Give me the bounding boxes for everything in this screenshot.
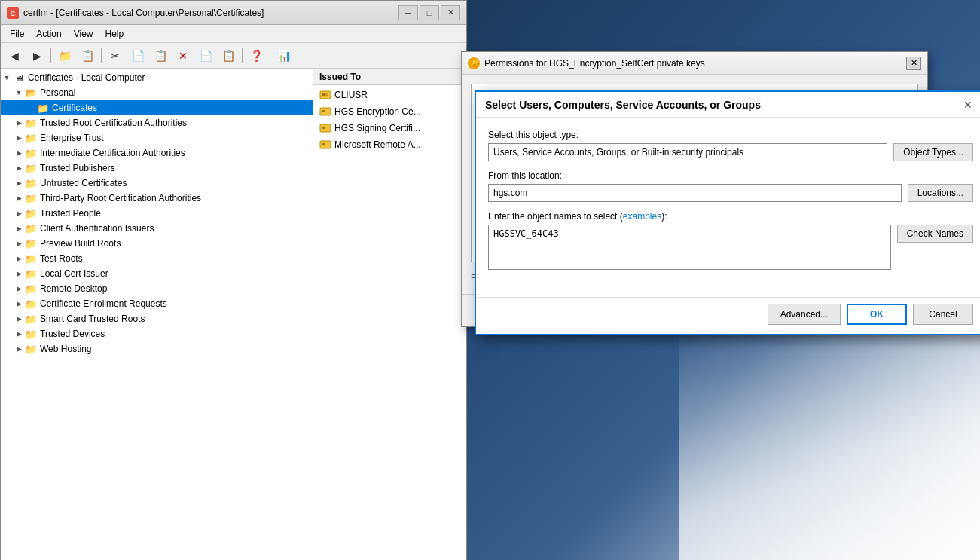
forward-button[interactable]: ▶ (26, 46, 47, 66)
properties-button[interactable]: 📄 (195, 46, 216, 66)
object-type-group: Select this object type: Object Types... (488, 130, 973, 161)
tree-item-trusted-devices[interactable]: ▶ 📁 Trusted Devices (1, 326, 313, 341)
tree-item-personal[interactable]: ▼ 📂 Personal (1, 85, 313, 100)
menu-file[interactable]: File (4, 27, 30, 41)
certificate-list[interactable]: CLIUSR HGS Encryption Ce... (313, 85, 466, 560)
tree-item-cert-enrollment[interactable]: ▶ 📁 Certificate Enrollment Requests (1, 296, 313, 311)
tree-item-test-roots[interactable]: ▶ 📁 Test Roots (1, 251, 313, 266)
permissions-icon: 🔑 (468, 57, 480, 69)
menu-view[interactable]: View (68, 27, 99, 41)
delete-button[interactable]: ✕ (172, 46, 194, 66)
object-types-button[interactable]: Object Types... (893, 143, 973, 161)
tree-item-smart-card[interactable]: ▶ 📁 Smart Card Trusted Roots (1, 311, 313, 326)
maximize-button[interactable]: □ (420, 5, 439, 20)
cut-button[interactable]: ✂ (105, 46, 126, 66)
tree-item-trusted-publishers[interactable]: ▶ 📁 Trusted Publishers (1, 161, 313, 176)
trusted-devices-icon: 📁 (25, 328, 37, 340)
menu-action[interactable]: Action (30, 27, 67, 41)
object-type-input[interactable] (488, 143, 887, 161)
select-users-cancel-button[interactable]: Cancel (913, 304, 973, 325)
tree-item-third-party[interactable]: ▶ 📁 Third-Party Root Certification Autho… (1, 191, 313, 206)
tree-root-label: Certificates - Local Computer (28, 72, 145, 83)
list-item-hgs-sign-label: HGS Signing Certifi... (334, 123, 420, 133)
select-users-advanced-button[interactable]: Advanced... (768, 304, 841, 325)
select-users-close-button[interactable]: ✕ (960, 96, 976, 113)
web-hosting-icon: 📁 (25, 343, 37, 355)
tree-root-item[interactable]: ▼ 🖥 Certificates - Local Computer (1, 70, 313, 85)
menu-help[interactable]: Help (99, 27, 130, 41)
list-item-hgs-encryption[interactable]: HGS Encryption Ce... (313, 103, 466, 120)
object-name-textarea[interactable] (488, 225, 891, 270)
permissions-close-button[interactable]: ✕ (906, 57, 921, 70)
trusted-publishers-label: Trusted Publishers (40, 163, 115, 173)
export-button[interactable]: 📊 (273, 46, 295, 66)
window-controls: ─ □ ✕ (398, 5, 460, 20)
root-expand-arrow: ▼ (2, 73, 11, 82)
personal-label: Personal (40, 87, 75, 98)
untrusted-arrow: ▶ (14, 179, 23, 188)
tree-item-client-auth[interactable]: ▶ 📁 Client Authentication Issuers (1, 221, 313, 236)
location-row: Locations... (488, 184, 973, 202)
close-button[interactable]: ✕ (441, 5, 460, 20)
svg-rect-3 (322, 93, 325, 96)
right-panel: Issued To CLIUSR (313, 69, 466, 560)
main-window: C certlm - [Certificates - Local Compute… (0, 0, 467, 560)
list-item-hgs-signing[interactable]: HGS Signing Certifi... (313, 120, 466, 136)
renew-button[interactable]: 📋 (218, 46, 239, 66)
tree-item-local-cert[interactable]: ▶ 📁 Local Cert Issuer (1, 266, 313, 281)
check-names-button[interactable]: Check Names (897, 225, 973, 243)
location-group: From this location: Locations... (488, 170, 973, 202)
examples-link[interactable]: examples (623, 211, 661, 222)
list-item-ms-remote[interactable]: Microsoft Remote A... (313, 136, 466, 153)
enter-names-text: Enter the object names to select (488, 211, 617, 222)
tree-item-intermediate[interactable]: ▶ 📁 Intermediate Certification Authoriti… (1, 145, 313, 161)
cert-icon-hgs-sign (319, 122, 331, 134)
locations-button[interactable]: Locations... (908, 184, 973, 202)
toolbar: ◀ ▶ 📁 📋 ✂ 📄 📋 ✕ 📄 📋 ❓ 📊 (1, 43, 466, 69)
tree-item-web-hosting[interactable]: ▶ 📁 Web Hosting (1, 341, 313, 357)
cert-icon-hgs-enc (319, 106, 331, 118)
svg-rect-9 (322, 127, 325, 129)
list-item-hgs-enc-label: HGS Encryption Ce... (334, 106, 421, 117)
show-hide-button[interactable]: 📋 (77, 46, 98, 66)
back-button[interactable]: ◀ (4, 46, 25, 66)
certificates-label: Certificates (52, 103, 97, 113)
trusted-people-label: Trusted People (40, 208, 101, 219)
tree-item-enterprise-trust[interactable]: ▶ 📁 Enterprise Trust (1, 130, 313, 145)
select-users-ok-button[interactable]: OK (847, 304, 907, 325)
minimize-button[interactable]: ─ (398, 5, 418, 20)
tree-item-untrusted[interactable]: ▶ 📁 Untrusted Certificates (1, 176, 313, 191)
cert-enrollment-label: Certificate Enrollment Requests (40, 298, 167, 309)
tree-item-preview-build[interactable]: ▶ 📁 Preview Build Roots (1, 236, 313, 251)
tree-item-trusted-people[interactable]: ▶ 📁 Trusted People (1, 206, 313, 221)
third-party-label: Third-Party Root Certification Authoriti… (40, 193, 201, 203)
permissions-title-bar: 🔑 Permissions for HGS_Encryption_SelfCer… (462, 52, 927, 75)
copy-button[interactable]: 📄 (127, 46, 148, 66)
location-input[interactable] (488, 184, 902, 202)
tree-item-trusted-root[interactable]: ▶ 📁 Trusted Root Certification Authoriti… (1, 115, 313, 130)
local-cert-icon: 📁 (25, 268, 37, 280)
certificate-tree[interactable]: ▼ 🖥 Certificates - Local Computer ▼ 📂 Pe… (1, 69, 313, 560)
select-users-bottom: Advanced... OK Cancel (476, 297, 980, 334)
tree-item-certificates[interactable]: 📁 Certificates (1, 100, 313, 115)
trusted-root-arrow: ▶ (14, 118, 23, 127)
personal-expand-arrow: ▼ (14, 88, 23, 97)
select-users-title-bar: Select Users, Computers, Service Account… (476, 92, 980, 118)
paste-button[interactable]: 📋 (150, 46, 171, 66)
svg-rect-6 (320, 108, 331, 115)
local-cert-label: Local Cert Issuer (40, 268, 108, 279)
svg-rect-11 (322, 143, 325, 145)
object-name-input-area (488, 225, 891, 270)
cert-enrollment-arrow: ▶ (14, 299, 23, 308)
preview-build-label: Preview Build Roots (40, 238, 121, 249)
help-button[interactable]: ❓ (246, 46, 267, 66)
list-item-cliusr[interactable]: CLIUSR (313, 87, 466, 103)
tree-item-remote-desktop[interactable]: ▶ 📁 Remote Desktop (1, 281, 313, 296)
third-party-arrow: ▶ (14, 194, 23, 203)
up-button[interactable]: 📁 (54, 46, 75, 66)
content-area: ▼ 🖥 Certificates - Local Computer ▼ 📂 Pe… (1, 69, 466, 560)
issued-to-header: Issued To (319, 72, 361, 82)
smart-card-label: Smart Card Trusted Roots (40, 314, 145, 324)
remote-desktop-arrow: ▶ (14, 284, 23, 293)
untrusted-icon: 📁 (25, 177, 37, 189)
